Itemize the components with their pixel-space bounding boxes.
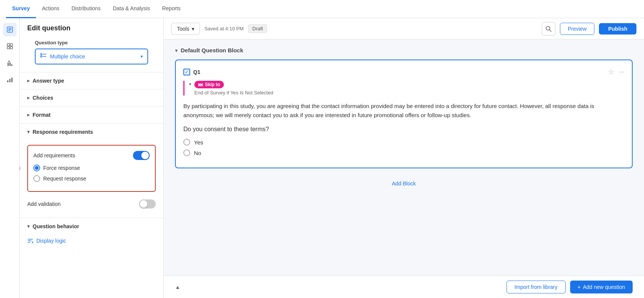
request-response-option[interactable]: Request response <box>33 175 150 182</box>
request-response-radio[interactable] <box>33 175 40 182</box>
question-behavior-content: Display logic <box>20 235 163 250</box>
nav-tab-data-analysis[interactable]: Data & Analysis <box>107 0 156 18</box>
choice-label-yes: Yes <box>194 139 203 146</box>
nav-tab-actions[interactable]: Actions <box>36 0 66 18</box>
toggle-thumb <box>141 152 149 159</box>
nav-tab-survey[interactable]: Survey <box>6 0 36 18</box>
icon-bar-survey[interactable] <box>3 23 17 36</box>
add-new-question-button[interactable]: + Add new question <box>570 281 633 293</box>
right-content: Tools ▾ Saved at 4:10 PM Draft Preview P… <box>164 18 644 298</box>
add-block-link[interactable]: Add Block <box>392 180 416 187</box>
question-card: ✓ Q1 ☆ ··· ▾ ⏭ Skip to <box>175 60 633 168</box>
collapse-icon[interactable]: ▲ <box>175 284 180 290</box>
skip-to-badge[interactable]: ⏭ Skip to <box>194 81 224 88</box>
svg-rect-9 <box>9 79 10 82</box>
add-requirements-row: Add requirements <box>33 151 150 160</box>
question-more-icon[interactable]: ··· <box>619 68 624 76</box>
question-type-selector[interactable]: Multiple choice ▾ <box>35 49 148 64</box>
icon-bar-paint[interactable] <box>3 56 17 70</box>
choice-radio-yes[interactable] <box>183 139 190 146</box>
question-star-icon[interactable]: ☆ <box>608 68 614 76</box>
response-requirements-content: 11 Add requirements Force response <box>20 140 163 218</box>
question-card-header: ✓ Q1 ☆ ··· <box>183 68 624 76</box>
choice-radio-no[interactable] <box>183 149 190 156</box>
choices-arrow-icon: ▸ <box>27 95 30 100</box>
question-type-chevron-icon: ▾ <box>141 54 143 59</box>
saved-text: Saved at 4:10 PM <box>205 26 244 31</box>
answer-type-label: Answer type <box>33 78 64 84</box>
skip-body: ⏭ Skip to End of Survey if Yes Is Not Se… <box>194 81 273 96</box>
publish-button[interactable]: Publish <box>599 23 636 35</box>
nav-tab-distributions[interactable]: Distributions <box>66 0 107 18</box>
format-header[interactable]: ▸ Format <box>20 107 163 123</box>
choice-yes: Yes <box>183 139 624 146</box>
search-button[interactable] <box>542 22 555 36</box>
force-response-option[interactable]: Force response <box>33 165 150 171</box>
tools-label: Tools <box>177 26 189 32</box>
icon-bar-chart[interactable] <box>3 73 17 86</box>
response-requirements-header[interactable]: ▾ Response requirements <box>20 124 163 140</box>
choice-no: No <box>183 149 624 156</box>
question-sub-text: Do you consent to these terms? <box>183 126 624 133</box>
format-section: ▸ Format <box>20 106 163 123</box>
add-requirements-toggle[interactable] <box>133 151 150 160</box>
choices-header[interactable]: ▸ Choices <box>20 89 163 106</box>
question-behavior-arrow-icon: ▾ <box>27 224 30 229</box>
svg-rect-10 <box>11 78 13 82</box>
question-body-text: By participating in this study, you are … <box>183 102 624 120</box>
choices-list: Yes No <box>183 139 624 156</box>
tools-chevron-icon: ▾ <box>192 26 194 32</box>
block-header: ▾ Default Question Block <box>175 47 633 53</box>
request-response-label: Request response <box>43 176 86 182</box>
add-requirements-label: Add requirements <box>33 152 75 158</box>
nav-tab-reports[interactable]: Reports <box>156 0 187 18</box>
plus-icon: + <box>578 284 581 290</box>
question-behavior-label: Question behavior <box>33 223 79 229</box>
question-type-label: Question type <box>27 37 156 49</box>
top-navigation: Survey Actions Distributions Data & Anal… <box>0 0 644 18</box>
add-validation-toggle[interactable] <box>139 199 156 209</box>
svg-point-13 <box>41 56 42 57</box>
choices-label: Choices <box>33 95 53 101</box>
bottom-bar: ▲ Import from library + Add new question <box>164 276 644 298</box>
add-validation-label: Add validation <box>27 201 61 207</box>
survey-content: ▾ Default Question Block ✓ Q1 ☆ ··· <box>164 39 644 276</box>
question-behavior-header[interactable]: ▾ Question behavior <box>20 218 163 235</box>
preview-button[interactable]: Preview <box>560 23 595 35</box>
icon-bar-layout[interactable] <box>3 39 17 53</box>
block-collapse-icon[interactable]: ▾ <box>175 47 178 53</box>
display-logic-icon <box>27 238 33 244</box>
format-label: Format <box>33 112 50 118</box>
response-req-arrow-icon: ▾ <box>27 129 30 135</box>
block-title: Default Question Block <box>181 47 243 53</box>
question-id: Q1 <box>193 69 200 75</box>
response-requirements-section: ▾ Response requirements 11 Add requireme… <box>20 123 163 218</box>
svg-rect-5 <box>10 44 13 46</box>
tools-button[interactable]: Tools ▾ <box>171 23 200 35</box>
choice-label-no: No <box>194 150 201 156</box>
svg-rect-8 <box>7 80 8 82</box>
skip-to-section: ▾ ⏭ Skip to End of Survey if Yes Is Not … <box>183 81 624 96</box>
bottom-right: Import from library + Add new question <box>506 281 633 293</box>
add-question-label: Add new question <box>583 284 625 290</box>
svg-rect-6 <box>7 47 9 49</box>
answer-type-header[interactable]: ▸ Answer type <box>20 72 163 89</box>
display-logic-row[interactable]: Display logic <box>27 238 156 244</box>
question-checkbox[interactable]: ✓ <box>183 69 190 75</box>
force-response-radio[interactable] <box>33 165 40 171</box>
skip-to-label: Skip to <box>205 82 220 87</box>
edit-question-title: Edit question <box>20 18 163 37</box>
svg-point-11 <box>41 53 42 55</box>
import-from-library-button[interactable]: Import from library <box>506 281 566 293</box>
bottom-left: ▲ <box>175 284 180 290</box>
svg-rect-4 <box>7 44 9 46</box>
skip-arrow-icon: ▾ <box>189 82 191 87</box>
question-type-value: Multiple choice <box>50 53 141 60</box>
add-block-row: Add Block <box>175 174 633 193</box>
response-requirements-label: Response requirements <box>33 129 93 135</box>
left-panel: Edit question Question type Multiple cho… <box>20 18 164 298</box>
answer-type-section: ▸ Answer type <box>20 72 163 89</box>
draft-badge: Draft <box>248 24 267 33</box>
add-validation-row: Add validation <box>27 196 156 212</box>
answer-type-arrow-icon: ▸ <box>27 78 30 83</box>
